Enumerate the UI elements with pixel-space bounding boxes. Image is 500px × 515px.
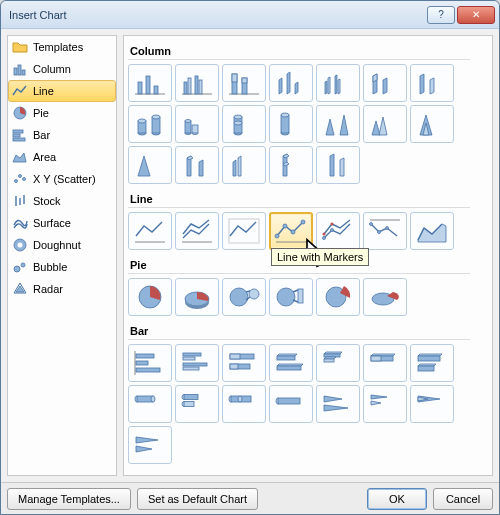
scatter-icon xyxy=(12,171,28,187)
svg-marker-130 xyxy=(371,395,387,399)
sidebar-item-line[interactable]: Line xyxy=(8,80,116,102)
chart-thumb[interactable] xyxy=(269,64,313,102)
sidebar-item-bar[interactable]: Bar xyxy=(8,124,116,146)
chart-thumb[interactable] xyxy=(269,385,313,423)
sidebar-item-radar[interactable]: Radar xyxy=(8,278,116,300)
sidebar-item-label: Line xyxy=(33,85,54,97)
chart-thumb[interactable] xyxy=(128,64,172,102)
button-label: Cancel xyxy=(446,493,480,505)
sidebar-item-bubble[interactable]: Bubble xyxy=(8,256,116,278)
titlebar[interactable]: Insert Chart ? ✕ xyxy=(1,1,499,29)
chart-thumb[interactable] xyxy=(363,344,407,382)
chart-thumb[interactable] xyxy=(175,64,219,102)
svg-marker-53 xyxy=(372,121,380,135)
chart-thumb[interactable] xyxy=(175,278,219,316)
svg-rect-99 xyxy=(136,368,160,372)
category-sidebar[interactable]: Templates Column Line Pie Bar Area xyxy=(7,35,117,476)
chart-thumb[interactable] xyxy=(410,105,454,143)
sidebar-item-column[interactable]: Column xyxy=(8,58,116,80)
chart-thumb[interactable] xyxy=(222,146,266,184)
tooltip: Line with Markers xyxy=(271,248,369,266)
bar-icon xyxy=(12,127,28,143)
chart-thumb[interactable] xyxy=(222,212,266,250)
chart-thumb[interactable] xyxy=(175,146,219,184)
chart-thumb[interactable] xyxy=(410,344,454,382)
set-default-chart-button[interactable]: Set as Default Chart xyxy=(137,488,258,510)
chart-thumb[interactable] xyxy=(175,212,219,250)
cancel-button[interactable]: Cancel xyxy=(433,488,493,510)
chart-thumb[interactable] xyxy=(222,344,266,382)
chart-thumb[interactable] xyxy=(410,385,454,423)
dialog-body: Templates Column Line Pie Bar Area xyxy=(1,29,499,482)
chart-thumb[interactable] xyxy=(269,146,313,184)
svg-rect-43 xyxy=(192,125,198,133)
chart-thumb[interactable] xyxy=(222,64,266,102)
chart-thumb[interactable] xyxy=(316,146,360,184)
chart-thumb[interactable] xyxy=(222,105,266,143)
svg-point-72 xyxy=(275,234,279,238)
chart-thumb[interactable] xyxy=(175,385,219,423)
sidebar-item-stock[interactable]: Stock xyxy=(8,190,116,212)
svg-rect-91 xyxy=(298,289,303,303)
svg-marker-61 xyxy=(233,160,236,176)
chart-thumb[interactable] xyxy=(128,385,172,423)
sidebar-item-surface[interactable]: Surface xyxy=(8,212,116,234)
svg-point-82 xyxy=(378,231,381,234)
chart-thumb-line-with-markers[interactable]: Line with Markers xyxy=(269,212,313,250)
svg-rect-113 xyxy=(371,356,381,361)
svg-line-92 xyxy=(293,290,298,292)
chart-thumb[interactable] xyxy=(269,278,313,316)
chart-thumb[interactable] xyxy=(128,146,172,184)
chart-thumb[interactable] xyxy=(222,385,266,423)
svg-rect-2 xyxy=(22,70,25,75)
svg-point-46 xyxy=(234,115,242,119)
chart-thumb[interactable] xyxy=(363,385,407,423)
svg-marker-52 xyxy=(340,115,348,135)
surface-icon xyxy=(12,215,28,231)
ok-button[interactable]: OK xyxy=(367,488,427,510)
chart-thumb[interactable] xyxy=(410,64,454,102)
chart-thumb[interactable] xyxy=(316,278,360,316)
svg-point-50 xyxy=(281,113,289,117)
close-button[interactable]: ✕ xyxy=(457,6,495,24)
svg-point-79 xyxy=(331,223,334,226)
sidebar-item-doughnut[interactable]: Doughnut xyxy=(8,234,116,256)
sidebar-item-templates[interactable]: Templates xyxy=(8,36,116,58)
sidebar-item-label: Stock xyxy=(33,195,61,207)
chart-thumb[interactable] xyxy=(175,105,219,143)
svg-rect-97 xyxy=(136,354,154,358)
sidebar-item-scatter[interactable]: X Y (Scatter) xyxy=(8,168,116,190)
chart-thumb[interactable] xyxy=(316,344,360,382)
svg-point-90 xyxy=(277,288,295,306)
chart-thumb[interactable] xyxy=(316,64,360,102)
chart-thumb[interactable] xyxy=(316,385,360,423)
chart-thumb[interactable] xyxy=(410,212,454,250)
chart-thumb[interactable] xyxy=(128,105,172,143)
chart-thumb[interactable] xyxy=(316,105,360,143)
bubble-icon xyxy=(12,259,28,275)
chart-gallery[interactable]: Column xyxy=(123,35,493,476)
svg-rect-6 xyxy=(13,138,25,141)
chart-thumb[interactable] xyxy=(269,105,313,143)
svg-point-81 xyxy=(370,223,373,226)
svg-rect-32 xyxy=(242,78,247,83)
chart-thumb[interactable] xyxy=(128,426,172,464)
svg-rect-27 xyxy=(199,80,202,94)
svg-rect-122 xyxy=(184,402,194,407)
svg-rect-105 xyxy=(230,354,240,359)
chart-thumb[interactable] xyxy=(363,212,407,250)
chart-thumb[interactable] xyxy=(128,344,172,382)
sidebar-item-pie[interactable]: Pie xyxy=(8,102,116,124)
sidebar-item-area[interactable]: Area xyxy=(8,146,116,168)
help-button[interactable]: ? xyxy=(427,6,455,24)
chart-thumb[interactable] xyxy=(128,278,172,316)
chart-thumb[interactable] xyxy=(269,344,313,382)
chart-thumb[interactable] xyxy=(222,278,266,316)
chart-thumb[interactable] xyxy=(363,64,407,102)
chart-thumb[interactable] xyxy=(363,278,407,316)
chart-thumb[interactable] xyxy=(175,344,219,382)
manage-templates-button[interactable]: Manage Templates... xyxy=(7,488,131,510)
chart-thumb[interactable] xyxy=(128,212,172,250)
section-thumbs-pie xyxy=(128,278,470,316)
chart-thumb[interactable] xyxy=(363,105,407,143)
